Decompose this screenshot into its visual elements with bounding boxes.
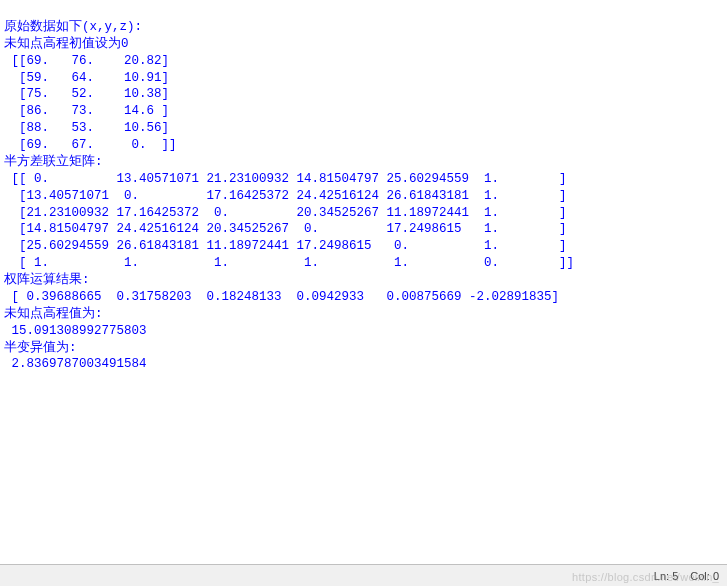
- matrix-row-0: [[ 0. 13.40571071 21.23100932 14.8150479…: [4, 172, 567, 186]
- line-header1: 原始数据如下(x,y,z):: [4, 20, 142, 34]
- elev-value: 15.091308992775803: [4, 324, 147, 338]
- raw-row-4: [88. 53. 10.56]: [4, 121, 169, 135]
- matrix-row-2: [21.23100932 17.16425372 0. 20.34525267 …: [4, 206, 567, 220]
- line-header2: 未知点高程初值设为0: [4, 37, 129, 51]
- status-ln: Ln: 5: [654, 570, 678, 582]
- raw-row-1: [59. 64. 10.91]: [4, 71, 169, 85]
- weight-header: 权阵运算结果:: [4, 273, 90, 287]
- raw-row-0: [[69. 76. 20.82]: [4, 54, 169, 68]
- semivar-value: 2.8369787003491584: [4, 357, 147, 371]
- col-value: 0: [713, 570, 719, 582]
- ln-value: 5: [672, 570, 678, 582]
- ln-label: Ln:: [654, 570, 669, 582]
- elev-header: 未知点高程值为:: [4, 307, 103, 321]
- matrix-row-3: [14.81504797 24.42516124 20.34525267 0. …: [4, 222, 567, 236]
- status-col: Col: 0: [690, 570, 719, 582]
- raw-row-5: [69. 67. 0. ]]: [4, 138, 177, 152]
- output-console: 原始数据如下(x,y,z): 未知点高程初值设为0 [[69. 76. 20.8…: [0, 0, 727, 375]
- raw-row-3: [86. 73. 14.6 ]: [4, 104, 169, 118]
- weight-row: [ 0.39688665 0.31758203 0.18248133 0.094…: [4, 290, 559, 304]
- col-label: Col:: [690, 570, 710, 582]
- matrix-row-5: [ 1. 1. 1. 1. 1. 0. ]]: [4, 256, 574, 270]
- raw-row-2: [75. 52. 10.38]: [4, 87, 169, 101]
- status-bar: Ln: 5 Col: 0: [0, 564, 727, 586]
- matrix-row-1: [13.40571071 0. 17.16425372 24.42516124 …: [4, 189, 567, 203]
- matrix-header: 半方差联立矩阵:: [4, 155, 103, 169]
- semivar-header: 半变异值为:: [4, 341, 77, 355]
- matrix-row-4: [25.60294559 26.61843181 11.18972441 17.…: [4, 239, 567, 253]
